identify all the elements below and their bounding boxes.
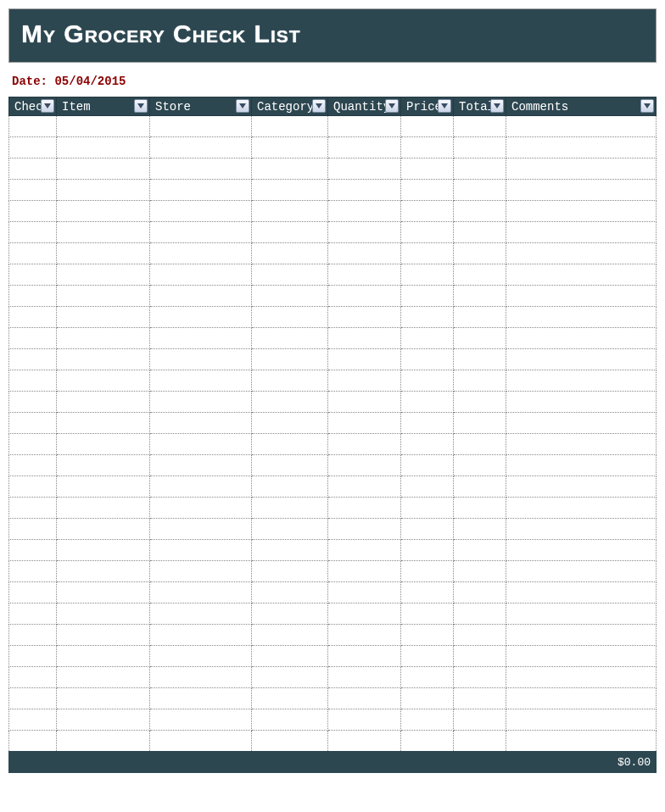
cell-item[interactable]	[57, 286, 150, 307]
cell-store[interactable]	[150, 413, 252, 434]
cell-store[interactable]	[150, 709, 252, 731]
cell-store[interactable]	[150, 561, 252, 582]
cell-check[interactable]	[9, 392, 57, 413]
cell-quantity[interactable]	[328, 519, 401, 540]
cell-quantity[interactable]	[328, 349, 401, 370]
cell-comments[interactable]	[506, 349, 657, 370]
cell-price[interactable]	[401, 561, 454, 582]
cell-item[interactable]	[57, 137, 150, 159]
cell-total[interactable]	[454, 434, 506, 455]
cell-comments[interactable]	[506, 540, 657, 561]
cell-store[interactable]	[150, 264, 252, 286]
filter-dropdown-icon[interactable]	[41, 99, 54, 113]
cell-comments[interactable]	[506, 625, 657, 646]
cell-store[interactable]	[150, 667, 252, 688]
cell-item[interactable]	[57, 116, 150, 137]
cell-price[interactable]	[401, 709, 454, 731]
cell-price[interactable]	[401, 243, 454, 264]
cell-store[interactable]	[150, 370, 252, 392]
cell-store[interactable]	[150, 646, 252, 667]
cell-item[interactable]	[57, 159, 150, 180]
cell-item[interactable]	[57, 688, 150, 709]
cell-total[interactable]	[454, 201, 506, 222]
cell-check[interactable]	[9, 731, 57, 752]
filter-dropdown-icon[interactable]	[438, 99, 451, 113]
cell-quantity[interactable]	[328, 709, 401, 731]
cell-item[interactable]	[57, 731, 150, 752]
cell-quantity[interactable]	[328, 731, 401, 752]
cell-item[interactable]	[57, 540, 150, 561]
cell-comments[interactable]	[506, 709, 657, 731]
cell-quantity[interactable]	[328, 243, 401, 264]
cell-item[interactable]	[57, 264, 150, 286]
cell-total[interactable]	[454, 159, 506, 180]
cell-price[interactable]	[401, 180, 454, 201]
cell-check[interactable]	[9, 137, 57, 159]
cell-category[interactable]	[252, 328, 328, 349]
cell-category[interactable]	[252, 731, 328, 752]
cell-check[interactable]	[9, 307, 57, 328]
cell-category[interactable]	[252, 519, 328, 540]
cell-total[interactable]	[454, 476, 506, 498]
cell-price[interactable]	[401, 603, 454, 625]
cell-category[interactable]	[252, 370, 328, 392]
cell-total[interactable]	[454, 582, 506, 603]
cell-store[interactable]	[150, 328, 252, 349]
cell-check[interactable]	[9, 646, 57, 667]
cell-comments[interactable]	[506, 201, 657, 222]
cell-check[interactable]	[9, 349, 57, 370]
cell-comments[interactable]	[506, 476, 657, 498]
cell-store[interactable]	[150, 688, 252, 709]
cell-item[interactable]	[57, 328, 150, 349]
cell-category[interactable]	[252, 307, 328, 328]
cell-comments[interactable]	[506, 434, 657, 455]
cell-quantity[interactable]	[328, 264, 401, 286]
filter-dropdown-icon[interactable]	[236, 99, 249, 113]
cell-comments[interactable]	[506, 455, 657, 476]
cell-total[interactable]	[454, 455, 506, 476]
cell-category[interactable]	[252, 116, 328, 137]
cell-category[interactable]	[252, 286, 328, 307]
cell-store[interactable]	[150, 498, 252, 519]
cell-comments[interactable]	[506, 413, 657, 434]
cell-total[interactable]	[454, 519, 506, 540]
cell-category[interactable]	[252, 413, 328, 434]
cell-item[interactable]	[57, 434, 150, 455]
cell-price[interactable]	[401, 201, 454, 222]
cell-price[interactable]	[401, 731, 454, 752]
cell-check[interactable]	[9, 243, 57, 264]
cell-total[interactable]	[454, 349, 506, 370]
cell-total[interactable]	[454, 370, 506, 392]
cell-check[interactable]	[9, 434, 57, 455]
cell-price[interactable]	[401, 159, 454, 180]
cell-price[interactable]	[401, 264, 454, 286]
cell-quantity[interactable]	[328, 328, 401, 349]
cell-total[interactable]	[454, 625, 506, 646]
cell-check[interactable]	[9, 540, 57, 561]
cell-item[interactable]	[57, 243, 150, 264]
cell-item[interactable]	[57, 307, 150, 328]
cell-category[interactable]	[252, 625, 328, 646]
cell-store[interactable]	[150, 159, 252, 180]
cell-quantity[interactable]	[328, 688, 401, 709]
cell-comments[interactable]	[506, 286, 657, 307]
cell-price[interactable]	[401, 582, 454, 603]
cell-check[interactable]	[9, 286, 57, 307]
cell-check[interactable]	[9, 582, 57, 603]
cell-store[interactable]	[150, 307, 252, 328]
cell-check[interactable]	[9, 370, 57, 392]
cell-store[interactable]	[150, 582, 252, 603]
cell-category[interactable]	[252, 180, 328, 201]
cell-check[interactable]	[9, 413, 57, 434]
cell-quantity[interactable]	[328, 476, 401, 498]
cell-item[interactable]	[57, 392, 150, 413]
cell-category[interactable]	[252, 540, 328, 561]
cell-check[interactable]	[9, 116, 57, 137]
cell-quantity[interactable]	[328, 667, 401, 688]
cell-comments[interactable]	[506, 328, 657, 349]
cell-check[interactable]	[9, 625, 57, 646]
cell-category[interactable]	[252, 222, 328, 243]
cell-price[interactable]	[401, 519, 454, 540]
cell-check[interactable]	[9, 519, 57, 540]
cell-price[interactable]	[401, 328, 454, 349]
